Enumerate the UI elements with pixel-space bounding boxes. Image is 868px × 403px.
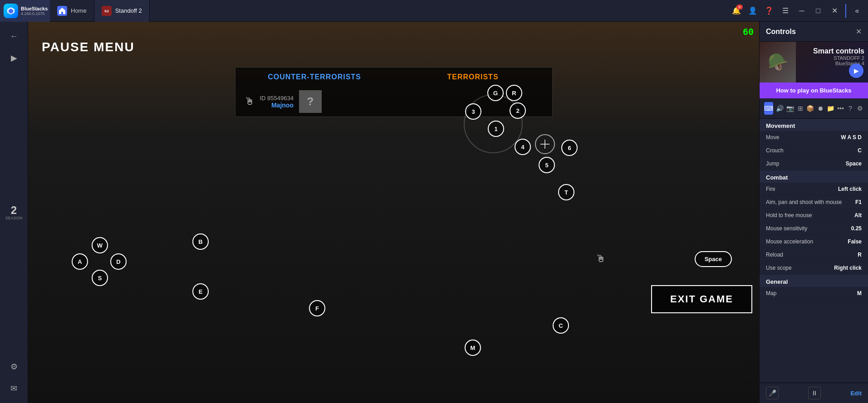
- player-name: Majnoo: [271, 102, 294, 109]
- key-d[interactable]: D: [110, 253, 127, 270]
- maximize-btn[interactable]: □: [811, 4, 825, 18]
- crouch-label: Crouch: [766, 147, 784, 154]
- edit-btn[interactable]: Edit: [850, 390, 862, 397]
- collapse-btn[interactable]: «: [850, 4, 864, 18]
- player-avatar: ?: [299, 90, 322, 113]
- control-reload: Reload R: [760, 248, 868, 262]
- close-btn[interactable]: ✕: [827, 4, 842, 18]
- scope-value: Right click: [834, 265, 862, 271]
- back-btn[interactable]: ←: [5, 27, 23, 45]
- bluestacks-name: BlueStacks: [21, 6, 48, 11]
- section-movement: Movement: [760, 119, 868, 131]
- key-5[interactable]: 5: [539, 157, 555, 173]
- bluestacks-icon: [4, 4, 18, 18]
- notification-btn[interactable]: 🔔 8: [729, 4, 744, 18]
- exit-game-label: EXIT GAME: [670, 293, 733, 305]
- bluestacks-version: 4.240.0.1075: [21, 11, 48, 16]
- key-3[interactable]: 3: [465, 103, 481, 120]
- tab-home[interactable]: Home: [50, 0, 94, 22]
- key-e[interactable]: E: [192, 283, 209, 300]
- sensitivity-label: Mouse sensitivity: [766, 225, 807, 232]
- keyboard-icon-btn[interactable]: ⌨: [764, 102, 773, 115]
- key-m[interactable]: M: [465, 340, 481, 356]
- exit-game-btn[interactable]: EXIT GAME: [651, 285, 752, 313]
- volume-icon-btn[interactable]: 🔊: [776, 102, 784, 115]
- player-id: ID 85549634: [260, 95, 294, 102]
- help-circle-icon-btn[interactable]: ?: [847, 102, 853, 115]
- key-r[interactable]: R: [506, 85, 522, 101]
- jump-value: Space: [846, 160, 862, 167]
- key-6[interactable]: 6: [561, 140, 578, 156]
- standoff-tab-label: Standoff 2: [115, 7, 142, 14]
- season-number: 2: [11, 205, 17, 216]
- menu-btn[interactable]: ☰: [778, 4, 793, 18]
- key-2[interactable]: 2: [510, 102, 526, 119]
- space-btn[interactable]: Space: [695, 251, 732, 267]
- key-w[interactable]: W: [92, 237, 108, 253]
- free-mouse-value: Alt: [854, 212, 862, 218]
- control-aim: Aim, pan and shoot with mouse F1: [760, 196, 868, 209]
- mail-btn[interactable]: ✉: [5, 379, 23, 398]
- season-label: SEASON: [5, 216, 23, 220]
- apk-icon-btn[interactable]: 📦: [806, 102, 814, 115]
- how-to-play-btn[interactable]: How to play on BlueStacks: [760, 83, 868, 98]
- mic-btn[interactable]: 🎤: [766, 387, 779, 399]
- key-a[interactable]: A: [72, 253, 88, 270]
- key-c[interactable]: C: [553, 317, 569, 334]
- tab-standoff2[interactable]: S2 Standoff 2: [94, 0, 150, 22]
- crouch-value: C: [858, 147, 862, 154]
- jump-label: Jump: [766, 160, 779, 167]
- reload-label: Reload: [766, 252, 783, 258]
- left-sidebar: ← ▶ 2 SEASON ⚙ ✉: [0, 22, 28, 403]
- aim-joystick-inner: [535, 134, 555, 154]
- gear-icon-btn[interactable]: ⚙: [857, 102, 863, 115]
- banner-soldier-icon: 🪖: [760, 42, 796, 83]
- key-t[interactable]: T: [558, 184, 574, 200]
- fire-label: Fire: [766, 186, 775, 192]
- key-1[interactable]: 1: [488, 121, 504, 137]
- free-mouse-label: Hold to free mouse: [766, 212, 812, 218]
- play-btn[interactable]: ▶: [5, 49, 23, 67]
- key-s[interactable]: S: [92, 270, 108, 286]
- standoff-tab-icon: S2: [102, 6, 112, 16]
- mouse-sm-bottom: 🖱: [596, 253, 606, 265]
- right-panel-close[interactable]: ✕: [856, 27, 862, 36]
- right-panel-header: Controls ✕: [760, 22, 868, 42]
- key-f[interactable]: F: [309, 300, 325, 316]
- help-btn[interactable]: ❓: [762, 4, 776, 18]
- settings-btn[interactable]: ⚙: [5, 358, 23, 376]
- smart-controls-banner: 🪖 Smart controls STANDOFF 2 BlueStacks 4…: [760, 42, 868, 83]
- screenshot-icon-btn[interactable]: 📷: [786, 102, 794, 115]
- notification-badge: 8: [736, 5, 743, 10]
- folder-icon-btn[interactable]: 📁: [827, 102, 834, 115]
- banner-title: Smart controls: [813, 47, 864, 55]
- more-icon-btn[interactable]: •••: [837, 102, 844, 115]
- top-bar-actions: 🔔 8 👤 ❓ ☰ ─ □ ✕ «: [729, 4, 868, 18]
- profile-btn[interactable]: 👤: [745, 4, 760, 18]
- fps-counter: 60: [743, 26, 754, 37]
- top-bar: BlueStacks 4.240.0.1075 Home S2 Standoff…: [0, 0, 868, 22]
- aim-value: F1: [855, 199, 862, 205]
- move-label: Move: [766, 134, 779, 141]
- controls-icons-bar: ⌨ 🔊 📷 ⊞ 📦 ⏺ 📁 ••• ? ⚙: [760, 98, 868, 119]
- key-g[interactable]: G: [487, 85, 504, 101]
- t-team-label: TERRORISTS: [394, 68, 552, 87]
- game-area: 60 PAUSE MENU COUNTER-TERRORISTS TERRORI…: [28, 22, 759, 403]
- aim-label: Aim, pan and shoot with mouse: [766, 199, 842, 205]
- minimize-btn[interactable]: ─: [794, 4, 809, 18]
- sensitivity-value: 0.25: [851, 225, 862, 232]
- pause-btn[interactable]: ⏸: [808, 387, 821, 399]
- ct-team-label: COUNTER-TERRORISTS: [235, 68, 394, 87]
- section-general: General: [760, 275, 868, 287]
- control-map: Map M: [760, 287, 868, 300]
- right-panel: Controls ✕ 🪖 Smart controls STANDOFF 2 B…: [759, 22, 868, 403]
- key-4[interactable]: 4: [515, 139, 531, 155]
- svg-text:S2: S2: [104, 9, 109, 13]
- bluestacks-logo: BlueStacks 4.240.0.1075: [0, 0, 50, 22]
- record-icon-btn[interactable]: ⏺: [817, 102, 824, 115]
- scope-label: Use scope: [766, 265, 792, 271]
- key-b[interactable]: B: [192, 233, 209, 250]
- player-info: ID 85549634 Majnoo: [260, 95, 294, 109]
- banner-play-btn[interactable]: ▶: [849, 63, 863, 78]
- grid-icon-btn[interactable]: ⊞: [797, 102, 804, 115]
